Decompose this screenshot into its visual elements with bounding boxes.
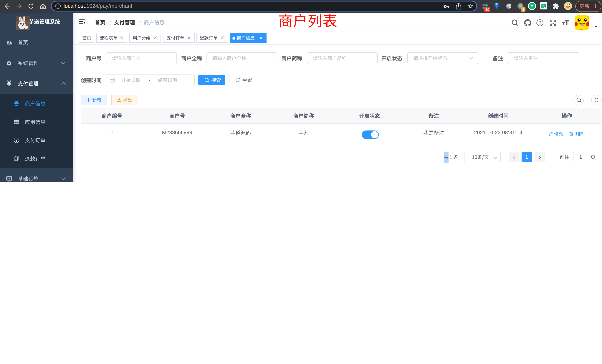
svg-text:1: 1 [522, 7, 524, 11]
svg-text:10: 10 [485, 7, 489, 11]
